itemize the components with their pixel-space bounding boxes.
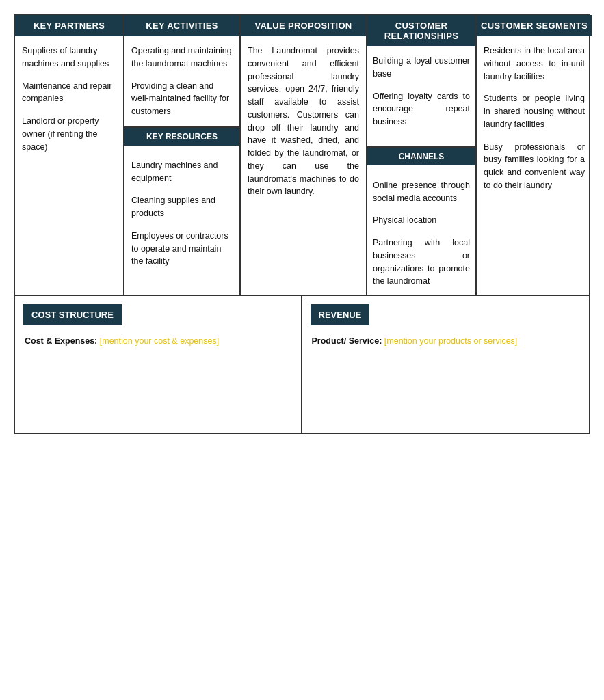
value-proposition-cell: VALUE PROPOSITION The Laundromat provide…	[241, 15, 367, 295]
bottom-grid: COST STRUCTURE Cost & Expenses: [mention…	[15, 296, 589, 433]
cost-structure-placeholder: [mention your cost & expenses]	[100, 336, 219, 346]
channels-header: CHANNELS	[367, 148, 475, 165]
key-resources-section: KEY RESOURCES Laundry machines and equip…	[124, 128, 239, 295]
key-activities-item-1: Operating and maintaining the laundromat…	[131, 44, 233, 70]
key-resources-item-3: Employees or contractors to operate and …	[131, 230, 233, 268]
customer-relationships-header: CUSTOMER RELATIONSHIPS	[367, 15, 475, 46]
key-partners-cell: KEY PARTNERS Suppliers of laundry machin…	[15, 15, 124, 295]
key-activities-item-2: Providing a clean and well-maintained fa…	[131, 80, 233, 118]
key-activities-body: Operating and maintaining the laundromat…	[124, 36, 239, 128]
key-resources-header: KEY RESOURCES	[124, 128, 239, 146]
revenue-cell: REVENUE Product/ Service: [mention your …	[302, 296, 590, 433]
top-grid: KEY PARTNERS Suppliers of laundry machin…	[15, 15, 589, 296]
channels-section: CHANNELS Online presence through social …	[367, 148, 475, 295]
key-resources-item-2: Cleaning supplies and products	[131, 194, 233, 220]
customer-segments-cell: CUSTOMER SEGMENTS Residents in the local…	[477, 15, 592, 295]
revenue-label: Product/ Service:	[312, 336, 382, 346]
customer-segments-item-3: Busy professionals or busy families look…	[484, 141, 585, 192]
key-activities-col: KEY ACTIVITIES Operating and maintaining…	[124, 15, 241, 295]
customer-relationships-body: Building a loyal customer base Offering …	[367, 46, 475, 148]
business-model-canvas: KEY PARTNERS Suppliers of laundry machin…	[14, 14, 590, 434]
customer-rel-item-2: Offering loyalty cards to encourage repe…	[373, 90, 470, 129]
cost-structure-label: Cost & Expenses:	[25, 336, 97, 346]
customer-relationships-col: CUSTOMER RELATIONSHIPS Building a loyal …	[367, 15, 477, 295]
customer-segments-body: Residents in the local area without acce…	[477, 36, 592, 200]
revenue-placeholder: [mention your products or services]	[384, 336, 518, 346]
cost-structure-header: COST STRUCTURE	[23, 304, 122, 325]
key-resources-body: Laundry machines and equipment Cleaning …	[124, 152, 239, 275]
key-resources-item-1: Laundry machines and equipment	[131, 159, 233, 185]
customer-segments-header: CUSTOMER SEGMENTS	[477, 15, 592, 36]
revenue-header: REVENUE	[311, 304, 370, 325]
key-activities-header: KEY ACTIVITIES	[124, 15, 239, 36]
key-partners-item-3: Landlord or property owner (if renting t…	[22, 115, 116, 153]
revenue-body: Product/ Service: [mention your products…	[302, 325, 590, 358]
key-partners-item-1: Suppliers of laundry machines and suppli…	[22, 44, 116, 70]
cost-structure-cell: COST STRUCTURE Cost & Expenses: [mention…	[15, 296, 302, 433]
cost-structure-body: Cost & Expenses: [mention your cost & ex…	[15, 325, 301, 358]
value-proposition-header: VALUE PROPOSITION	[241, 15, 366, 36]
channels-item-3: Partnering with local businesses or orga…	[373, 237, 470, 288]
revenue-content: Product/ Service: [mention your products…	[312, 335, 580, 348]
channels-item-2: Physical location	[373, 214, 470, 227]
channels-body: Online presence through social media acc…	[367, 172, 475, 295]
channels-item-1: Online presence through social media acc…	[373, 179, 470, 205]
key-partners-body: Suppliers of laundry machines and suppli…	[15, 36, 123, 161]
value-proposition-body: The Laundromat provides convenient and e…	[241, 36, 366, 206]
customer-segments-item-2: Students or people living in shared hous…	[484, 92, 585, 131]
cost-structure-content: Cost & Expenses: [mention your cost & ex…	[25, 335, 291, 348]
customer-rel-item-1: Building a loyal customer base	[373, 55, 470, 81]
key-partners-item-2: Maintenance and repair companies	[22, 80, 116, 106]
customer-segments-item-1: Residents in the local area without acce…	[484, 44, 585, 83]
key-partners-header: KEY PARTNERS	[15, 15, 123, 36]
